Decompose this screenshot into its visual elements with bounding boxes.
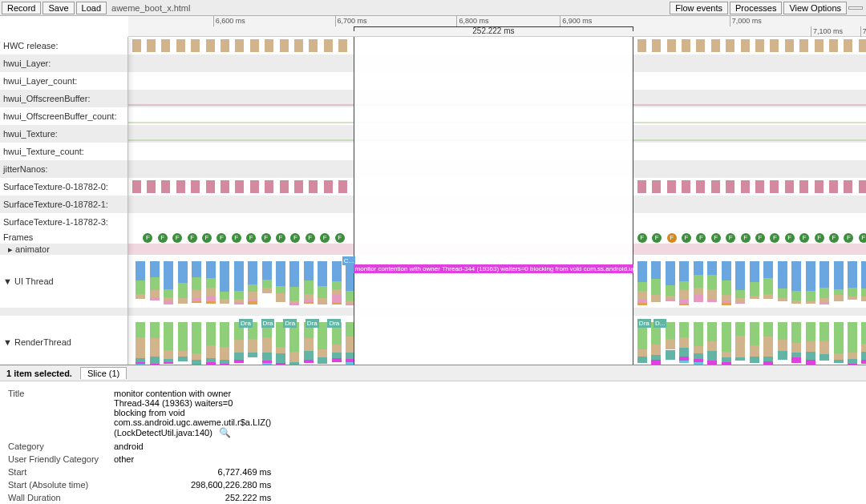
tab-slice[interactable]: Slice (1) <box>80 367 127 379</box>
selected-slice[interactable]: monitor contention with owner Thread-344… <box>354 264 634 273</box>
flow-events-button[interactable]: Flow events <box>670 2 728 14</box>
track-row[interactable] <box>128 213 866 231</box>
track-label[interactable]: SurfaceTexture-1-18782-3: <box>0 213 127 231</box>
counter-bar[interactable] <box>338 180 347 193</box>
counter-bar[interactable] <box>132 39 141 52</box>
counter-bar[interactable] <box>652 39 661 52</box>
counter-bar[interactable] <box>726 39 734 52</box>
counter-bar[interactable] <box>206 180 215 193</box>
track-label[interactable]: jitterNanos: <box>0 160 127 178</box>
magnify-icon[interactable]: 🔍 <box>219 427 231 438</box>
counter-bar[interactable] <box>206 39 215 52</box>
frame-dot[interactable]: F <box>741 233 751 243</box>
frame-dot[interactable]: F <box>172 233 182 243</box>
flame-column[interactable] <box>694 261 703 306</box>
track-row[interactable]: FFFFFFFFFFFFFFFFFFFFFFFFFFFFFF <box>128 231 866 244</box>
track-row[interactable] <box>128 54 866 72</box>
flame-column[interactable] <box>722 322 731 365</box>
counter-bar[interactable] <box>829 39 838 52</box>
counter-bar[interactable] <box>280 39 289 52</box>
track-row[interactable] <box>128 244 866 255</box>
flame-column[interactable] <box>778 322 787 365</box>
counter-bar[interactable] <box>859 39 866 52</box>
counter-bar[interactable] <box>132 180 141 193</box>
flame-column[interactable] <box>694 322 703 365</box>
flame-column[interactable] <box>791 322 801 365</box>
counter-bar[interactable] <box>324 39 333 52</box>
flame-column[interactable] <box>220 261 229 306</box>
track-label[interactable]: Frames <box>0 231 127 244</box>
flame-column[interactable] <box>262 261 272 306</box>
flame-column[interactable] <box>763 261 773 306</box>
counter-bar[interactable] <box>667 180 676 193</box>
counter-bar[interactable] <box>755 180 764 193</box>
flame-column[interactable] <box>707 322 717 365</box>
track-row[interactable] <box>128 125 866 143</box>
flame-column[interactable] <box>834 322 844 365</box>
flame-column[interactable] <box>332 322 342 365</box>
slice-chip[interactable]: Dra <box>306 319 319 328</box>
frame-dot[interactable]: F <box>652 233 662 243</box>
flame-column[interactable] <box>834 261 844 306</box>
counter-bar[interactable] <box>785 180 794 193</box>
flame-column[interactable] <box>679 322 689 365</box>
flame-column[interactable] <box>722 261 731 306</box>
flame-column[interactable] <box>861 322 866 365</box>
flame-column[interactable] <box>346 322 355 365</box>
counter-bar[interactable] <box>785 39 794 52</box>
counter-bar[interactable] <box>147 39 156 52</box>
frame-dot[interactable]: F <box>290 233 300 243</box>
track-label[interactable]: hwui_OffscreenBuffer: <box>0 90 127 107</box>
timeline[interactable]: HWC release:hwui_Layer:hwui_Layer_count:… <box>0 37 866 365</box>
flame-column[interactable] <box>806 261 815 306</box>
counter-bar[interactable] <box>770 180 779 193</box>
counter-bar[interactable] <box>770 39 779 52</box>
frame-dot[interactable]: F <box>726 233 735 243</box>
counter-bar[interactable] <box>799 39 808 52</box>
counter-bar[interactable] <box>250 39 259 52</box>
flame-column[interactable] <box>220 322 229 365</box>
flame-column[interactable] <box>289 322 299 365</box>
track-label[interactable]: hwui_Layer: <box>0 54 127 72</box>
frame-dot[interactable]: F <box>755 233 765 243</box>
counter-bar[interactable] <box>667 39 676 52</box>
slice-chip[interactable]: D... <box>654 319 666 328</box>
frame-dot[interactable]: F <box>188 233 197 243</box>
extra-button[interactable] <box>848 6 863 10</box>
track-label[interactable]: hwui_Texture_count: <box>0 143 127 160</box>
flame-column[interactable] <box>763 322 773 365</box>
slice-chip[interactable]: Dra <box>283 319 297 328</box>
counter-bar[interactable] <box>265 39 273 52</box>
frame-dot[interactable]: F <box>306 233 315 243</box>
counter-bar[interactable] <box>309 180 318 193</box>
frame-dot[interactable]: F <box>859 233 866 243</box>
track-label[interactable]: SurfaceTexture-0-18782-1: <box>0 196 127 213</box>
flame-column[interactable] <box>150 322 160 365</box>
view-options-button[interactable]: View Options <box>783 2 847 14</box>
time-ruler[interactable]: 6,600 ms6,700 ms6,800 ms6,900 ms7,000 ms… <box>128 16 866 37</box>
record-button[interactable]: Record <box>2 2 41 14</box>
flame-column[interactable] <box>248 261 257 306</box>
counter-bar[interactable] <box>711 39 720 52</box>
counter-bar[interactable] <box>726 180 734 193</box>
counter-bar[interactable] <box>844 39 852 52</box>
track-row[interactable] <box>128 37 866 54</box>
flame-column[interactable] <box>289 261 299 306</box>
slice-chip[interactable]: Dra <box>637 319 651 328</box>
flame-column[interactable] <box>276 322 285 365</box>
frame-dot[interactable]: F <box>829 233 839 243</box>
counter-bar[interactable] <box>294 39 303 52</box>
counter-bar[interactable] <box>755 39 764 52</box>
frame-dot[interactable]: F <box>711 233 721 243</box>
counter-bar[interactable] <box>829 180 838 193</box>
flame-column[interactable] <box>735 322 745 365</box>
frame-dot[interactable]: F <box>637 233 647 243</box>
track-row[interactable] <box>128 90 866 107</box>
flame-column[interactable] <box>136 322 145 365</box>
flame-column[interactable] <box>707 261 717 306</box>
counter-bar[interactable] <box>711 180 720 193</box>
counter-bar[interactable] <box>815 39 824 52</box>
slice-chip[interactable]: Dra <box>261 319 275 328</box>
flame-column[interactable] <box>666 261 675 306</box>
flame-column[interactable] <box>332 261 342 306</box>
